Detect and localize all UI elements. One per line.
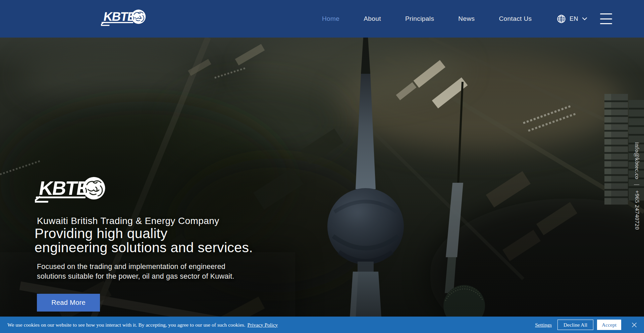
- hero-section: KBTEC Kuwaiti British Trading & Energy C…: [0, 38, 644, 333]
- close-icon: [631, 322, 637, 328]
- nav-item-about[interactable]: About: [364, 15, 381, 22]
- globe-icon: [557, 14, 566, 23]
- contact-separator: |: [634, 184, 641, 185]
- accept-button[interactable]: Accept: [597, 320, 621, 330]
- contact-email-link[interactable]: info@kbtec.co: [634, 142, 641, 179]
- tiger-emblem: [131, 10, 146, 24]
- nav-item-news[interactable]: News: [458, 15, 475, 22]
- hero-description: Focused on the trading and implementatio…: [37, 262, 234, 281]
- hero-description-line2: solutions suitable for the power, oil an…: [37, 272, 234, 281]
- hero-heading-line2: engineering solutions and services.: [35, 241, 253, 255]
- language-selector[interactable]: EN: [557, 0, 587, 38]
- cookie-settings-link[interactable]: Settings: [535, 322, 552, 328]
- cookie-message: We use cookies on our website to see how…: [7, 322, 535, 328]
- cookie-message-text: We use cookies on our website to see how…: [7, 322, 245, 328]
- close-cookie-button[interactable]: [631, 322, 637, 328]
- hero-kbtec-logo: KBTEC: [35, 173, 109, 205]
- main-nav: Home About Principals News Contact Us: [322, 0, 532, 38]
- hero-heading: Providing high quality engineering solut…: [35, 227, 253, 255]
- hero-heading-line1: Providing high quality: [35, 227, 253, 241]
- decline-all-button[interactable]: Decline All: [557, 320, 593, 330]
- contact-phone-link[interactable]: +965 24740720: [634, 190, 641, 230]
- hero-description-line1: Focused on the trading and implementatio…: [37, 262, 234, 272]
- nav-item-principals[interactable]: Principals: [405, 15, 434, 22]
- kbtec-logo[interactable]: KBTEC: [101, 7, 148, 27]
- top-navbar: KBTEC Home About Principals News Contact…: [0, 0, 644, 38]
- cookie-actions: Settings Decline All Accept: [535, 320, 639, 330]
- hero-tiger-emblem: [83, 177, 105, 200]
- hero-content: KBTEC Kuwaiti British Trading & Energy C…: [0, 38, 644, 333]
- nav-item-contact-us[interactable]: Contact Us: [499, 15, 532, 22]
- chevron-down-icon: [582, 17, 587, 20]
- hero-tagline: Kuwaiti British Trading & Energy Company: [37, 216, 219, 226]
- nav-item-home[interactable]: Home: [322, 15, 339, 22]
- cookie-banner: We use cookies on our website to see how…: [0, 317, 644, 333]
- language-label: EN: [570, 15, 578, 22]
- privacy-policy-link[interactable]: Privacy Policy: [247, 322, 278, 328]
- menu-icon[interactable]: [600, 13, 612, 24]
- contact-sidebar: info@kbtec.co | +965 24740720: [634, 142, 641, 230]
- read-more-button[interactable]: Read More: [37, 294, 100, 312]
